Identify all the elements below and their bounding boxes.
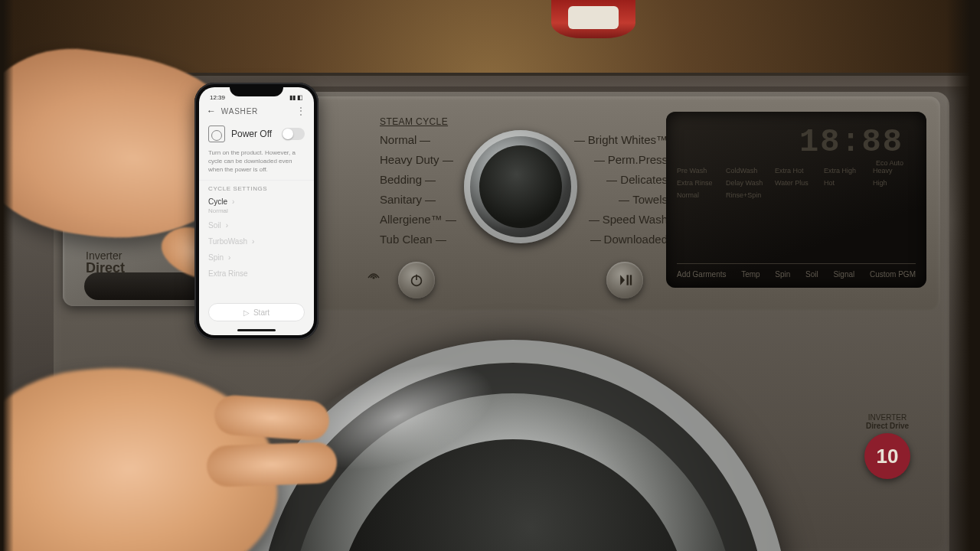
home-indicator[interactable] [237,329,276,331]
phone-screen[interactable]: 12:39 ▮▮ ◧ ← WASHER ⋮ Power Off Turn on … [199,87,314,335]
eco-auto-label: Eco Auto [876,159,903,167]
remote-start-icon[interactable] [361,268,386,292]
opt-delaywash[interactable]: Delay Wash [726,179,769,187]
washer-icon [208,126,225,142]
app-title: WASHER [221,107,258,116]
opt-custompgm[interactable]: Custom PGM [870,270,916,279]
status-time: 12:39 [210,94,225,101]
opt-high[interactable]: High [873,179,916,187]
play-icon: ▷ [243,308,250,317]
power-label: Power Off [231,129,276,139]
cycle-list-left: Normal Heavy Duty Bedding Sanitary Aller… [380,130,459,249]
row-cycle-value: Normal [199,207,314,217]
opt-prewash[interactable]: Pre Wash [677,167,720,174]
drawer-handle[interactable] [84,272,207,300]
cycle-delicates[interactable]: Delicates [568,170,668,190]
cycle-heavy-duty[interactable]: Heavy Duty [380,150,459,170]
opt-extrahot[interactable]: Extra Hot [775,167,818,174]
shadow-edge-left [0,0,14,551]
cycle-towels[interactable]: Towels [568,190,668,210]
cycle-bedding[interactable]: Bedding [380,170,459,190]
option-bottom-row: Add Garments Temp Spin Soil Signal Custo… [677,263,916,279]
more-icon[interactable]: ⋮ [296,106,306,116]
cycle-list-right: Bright Whites™ Perm.Press Delicates Towe… [568,130,668,249]
inverter-label: Inverter Direct [86,249,125,274]
opt-extrahigh[interactable]: Extra High [824,167,867,174]
opt-extrarinse[interactable]: Extra Rinse [677,179,720,187]
finger-2 [206,442,338,487]
cycle-tub-clean[interactable]: Tub Clean [380,230,459,249]
finger-1 [213,394,330,442]
row-extra-rinse: Extra Rinse [199,266,314,282]
cycle-normal[interactable]: Normal [380,130,459,150]
helper-text: Turn on the product. However, a cycle ca… [199,148,314,180]
cycle-speed-wash[interactable]: Speed Wash [568,210,668,230]
opt-soil[interactable]: Soil [805,270,818,279]
option-grid: Pre Wash ColdWash Extra Hot Extra High H… [677,167,916,199]
ten-year-icon: 10 [864,433,910,479]
scene-root: ◡ LG Inverter Direct CERTIFIED asthma & … [0,0,980,551]
opt-waterplus[interactable]: Water Plus [775,179,818,187]
opt-signal[interactable]: Signal [833,270,854,279]
detergent-bottle [551,0,635,38]
back-icon[interactable]: ← [207,106,217,116]
play-pause-icon [617,272,632,288]
power-row: Power Off [199,119,314,148]
opt-heavy[interactable]: Heavy [873,167,916,174]
steam-cycle-label: STEAM CYCLE [380,116,448,127]
opt-coldwash[interactable]: ColdWash [726,167,769,174]
opt-hot[interactable]: Hot [824,179,867,187]
control-panel: STEAM CYCLE Normal Heavy Duty Bedding Sa… [248,96,940,311]
power-button[interactable] [398,262,435,298]
row-turbowash: TurboWash› [199,233,314,249]
cycle-dial[interactable] [464,130,577,243]
opt-rinsespin[interactable]: Rinse+Spin [726,191,769,199]
svg-rect-4 [630,275,632,285]
cycle-sanitary[interactable]: Sanitary [380,190,459,210]
row-soil: Soil› [199,217,314,233]
smartphone: 12:39 ▮▮ ◧ ← WASHER ⋮ Power Off Turn on … [194,83,318,340]
phone-notch [230,84,283,96]
opt-addgarments[interactable]: Add Garments [677,270,726,279]
cycle-downloaded[interactable]: Downloaded [568,230,668,249]
svg-point-0 [372,276,374,279]
power-icon [408,272,425,289]
row-spin: Spin› [199,249,314,266]
status-icons: ▮▮ ◧ [289,94,303,101]
cycle-bright-whites[interactable]: Bright Whites™ [568,130,668,150]
power-toggle[interactable] [282,128,305,140]
direct-drive-badge: INVERTER Direct Drive 10 [853,413,922,479]
opt-temp[interactable]: Temp [741,270,760,279]
svg-rect-3 [627,275,629,285]
start-pause-button[interactable] [606,262,643,298]
start-button[interactable]: ▷ Start [208,303,305,321]
cycle-allergiene[interactable]: Allergiene™ [380,210,459,230]
cycle-settings-header: CYCLE SETTINGS [199,180,314,194]
shadow-edge-right [946,0,980,551]
opt-normal[interactable]: Normal [677,191,720,199]
display-panel: 18:88 Eco Auto Pre Wash ColdWash Extra H… [666,112,926,288]
app-header: ← WASHER ⋮ [199,101,314,119]
cycle-perm-press[interactable]: Perm.Press [568,150,668,170]
opt-spin[interactable]: Spin [775,270,790,279]
time-display: 18:88 [799,124,903,161]
chevron-right-icon: › [232,197,234,206]
